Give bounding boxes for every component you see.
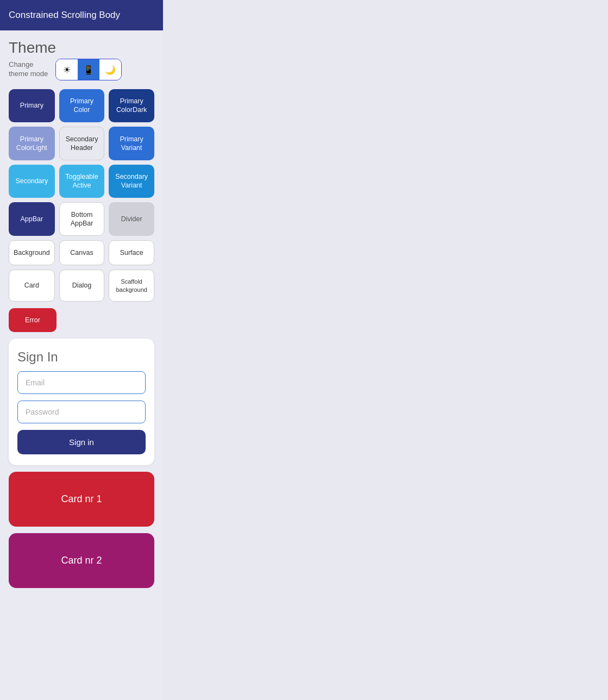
primary-colordark-button[interactable]: Primary ColorDark [109,89,154,122]
surface-button[interactable]: Surface [109,240,154,265]
appbar-button[interactable]: AppBar [9,202,55,236]
card-nr1[interactable]: Card nr 1 [9,472,154,527]
app-container: Constrained Scrolling Body Theme Changet… [0,0,163,700]
secondary-button[interactable]: Secondary [9,165,55,198]
scaffold-background-button[interactable]: Scaffold background [109,270,154,302]
light-mode-button[interactable]: ☀ [56,59,78,80]
background-button[interactable]: Background [9,240,55,265]
theme-toggle-group: ☀ 📱 🌙 [55,59,122,80]
primary-color-button[interactable]: Primary Color [59,89,105,122]
sign-in-title: Sign In [17,349,146,365]
error-button[interactable]: Error [9,308,57,332]
sign-in-button[interactable]: Sign in [17,430,146,454]
password-input[interactable] [17,401,146,423]
app-header: Constrained Scrolling Body [0,0,163,30]
bottom-appbar-button[interactable]: Bottom AppBar [59,202,105,236]
color-buttons-grid: Primary Primary Color Primary ColorDark … [9,89,154,302]
primary-colorlight-button[interactable]: Primary ColorLight [9,127,55,161]
theme-mode-row: Changetheme mode ☀ 📱 🌙 [9,59,154,80]
theme-section: Theme Changetheme mode ☀ 📱 🌙 [9,39,154,83]
email-input[interactable] [17,371,146,394]
primary-button[interactable]: Primary [9,89,55,122]
mobile-mode-button[interactable]: 📱 [78,59,99,80]
card-button[interactable]: Card [9,270,55,302]
main-content: Theme Changetheme mode ☀ 📱 🌙 Primary Pri… [0,30,163,597]
theme-mode-label: Changetheme mode [9,60,48,79]
divider-button[interactable]: Divider [109,202,154,236]
theme-title: Theme [9,39,154,57]
toggleable-active-button[interactable]: Toggleable Active [59,165,105,198]
card-nr2[interactable]: Card nr 2 [9,533,154,588]
dialog-button[interactable]: Dialog [59,270,105,302]
canvas-button[interactable]: Canvas [59,240,105,265]
secondary-header-button[interactable]: Secondary Header [59,127,105,161]
sign-in-card: Sign In Sign in [9,339,154,465]
secondary-variant-button[interactable]: Secondary Variant [109,165,154,198]
primary-variant-button[interactable]: Primary Variant [109,127,154,161]
header-title: Constrained Scrolling Body [9,10,120,20]
dark-mode-button[interactable]: 🌙 [99,59,121,80]
